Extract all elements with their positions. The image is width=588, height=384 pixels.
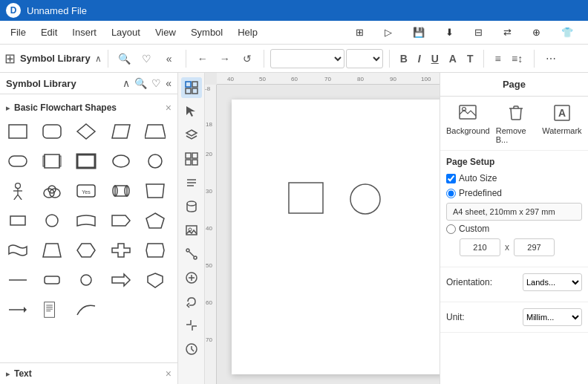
- custom-radio[interactable]: [446, 224, 456, 234]
- side-icon-sort[interactable]: [181, 172, 202, 193]
- list-button[interactable]: ≡↕: [507, 48, 528, 69]
- shape-line[interactable]: [4, 268, 31, 292]
- height-input[interactable]: [514, 238, 555, 256]
- italic-button[interactable]: I: [414, 48, 425, 69]
- section-close-icon[interactable]: ×: [166, 102, 172, 114]
- menu-view[interactable]: View: [148, 24, 183, 41]
- shape-curve[interactable]: [73, 298, 99, 322]
- shape-arrow-right[interactable]: [108, 268, 134, 292]
- shape-cross[interactable]: [108, 238, 134, 262]
- shape-thick-rect[interactable]: [73, 149, 99, 173]
- side-icon-history[interactable]: [181, 339, 202, 359]
- redo-button[interactable]: →: [215, 48, 235, 69]
- underline-button[interactable]: U: [427, 48, 443, 69]
- shape-arrow-line[interactable]: [4, 298, 31, 322]
- favorites-button[interactable]: ♡: [137, 48, 157, 69]
- shape-shield[interactable]: [142, 268, 169, 292]
- shape-note[interactable]: [39, 298, 65, 322]
- shape-parallelogram[interactable]: [108, 120, 134, 143]
- shape-trapezoid[interactable]: [142, 120, 169, 143]
- shape-cylinder-h[interactable]: [108, 179, 134, 203]
- panel-double-arrow-icon[interactable]: «: [166, 77, 172, 89]
- shape-stadium[interactable]: [4, 149, 31, 173]
- width-input[interactable]: [460, 238, 500, 256]
- shape-hexagon[interactable]: [73, 238, 99, 262]
- unit-select[interactable]: Millim...: [523, 308, 582, 326]
- shape-tape[interactable]: [73, 209, 99, 232]
- predefined-label[interactable]: Predefined: [446, 188, 502, 198]
- font-color-button[interactable]: A: [445, 48, 461, 69]
- text-expand-icon[interactable]: ▸: [6, 370, 10, 378]
- shape-pentagon[interactable]: [142, 209, 169, 232]
- text-section-close-icon[interactable]: ×: [166, 368, 172, 380]
- shape-manual[interactable]: [142, 179, 169, 203]
- canvas-area[interactable]: 40 50 60 70 80 90 100 110 -8 18 20 30 40…: [205, 73, 440, 384]
- icon-grid[interactable]: ⊞: [348, 24, 371, 41]
- panel-collapse-icon[interactable]: ∧: [122, 77, 130, 89]
- more-button[interactable]: ⋯: [540, 48, 561, 69]
- shape-diamond[interactable]: [73, 120, 99, 143]
- auto-size-label[interactable]: Auto Size: [446, 173, 497, 183]
- text-style-button[interactable]: T: [463, 48, 478, 69]
- menu-help[interactable]: Help: [230, 24, 265, 41]
- panel-search-icon[interactable]: 🔍: [134, 77, 147, 89]
- menu-file[interactable]: File: [3, 24, 33, 41]
- auto-size-checkbox[interactable]: [446, 174, 456, 183]
- shape-small-circle[interactable]: [39, 209, 65, 232]
- menu-symbol[interactable]: Symbol: [183, 24, 230, 41]
- predefined-value[interactable]: A4 sheet, 210mm x 297 mm: [446, 203, 582, 221]
- background-action[interactable]: Background: [446, 102, 490, 144]
- collapse-button[interactable]: «: [159, 48, 180, 69]
- icon-play[interactable]: ▷: [377, 24, 399, 41]
- orientation-select[interactable]: Lands...: [523, 273, 582, 291]
- icon-person[interactable]: 👕: [554, 24, 581, 41]
- icon-add[interactable]: ⊕: [525, 24, 548, 41]
- align-button[interactable]: ≡: [490, 48, 505, 69]
- panel-heart-icon[interactable]: ♡: [151, 77, 161, 89]
- canvas-circle-shape[interactable]: [347, 183, 384, 219]
- menu-edit[interactable]: Edit: [33, 24, 65, 41]
- shape-cloud[interactable]: [39, 179, 65, 203]
- side-icon-shapes[interactable]: [181, 77, 202, 98]
- icon-download[interactable]: ⬇: [438, 24, 461, 41]
- side-icon-photo[interactable]: [181, 220, 202, 241]
- font-family-dropdown[interactable]: [270, 49, 344, 68]
- watermark-action[interactable]: A Watermark: [542, 102, 582, 144]
- menu-layout[interactable]: Layout: [104, 24, 148, 41]
- icon-share[interactable]: ⇄: [496, 24, 519, 41]
- bold-button[interactable]: B: [396, 48, 412, 69]
- chevron-up-icon[interactable]: ∧: [95, 53, 102, 64]
- font-size-dropdown[interactable]: [346, 49, 383, 68]
- side-icon-connect[interactable]: [181, 244, 202, 264]
- shape-rounded-rect2[interactable]: [39, 268, 65, 292]
- side-icon-plus-circle[interactable]: [181, 267, 202, 288]
- shape-rounded-rect[interactable]: [39, 120, 65, 143]
- side-icon-db[interactable]: [181, 196, 202, 217]
- shape-person[interactable]: [4, 179, 31, 203]
- shape-small-rect[interactable]: [4, 209, 31, 232]
- shape-wave[interactable]: [4, 238, 31, 262]
- predefined-radio[interactable]: [446, 189, 456, 198]
- side-icon-undo[interactable]: [181, 291, 202, 312]
- undo-button[interactable]: ←: [192, 48, 213, 69]
- shape-rect[interactable]: [4, 120, 31, 143]
- shape-ellipse[interactable]: [108, 149, 134, 173]
- side-icon-grid[interactable]: [181, 149, 202, 169]
- icon-minus[interactable]: ⊟: [467, 24, 490, 41]
- side-icon-shrink[interactable]: [181, 315, 202, 336]
- shape-rounded-process[interactable]: Yes: [73, 179, 99, 203]
- refresh-button[interactable]: ↺: [237, 48, 258, 69]
- page-canvas[interactable]: [232, 100, 440, 374]
- menu-insert[interactable]: Insert: [65, 24, 104, 41]
- remove-bg-action[interactable]: Remove B...: [496, 102, 536, 144]
- custom-label[interactable]: Custom: [446, 224, 489, 234]
- shape-chevron-down[interactable]: [142, 238, 169, 262]
- shape-trapezoid2[interactable]: [39, 238, 65, 262]
- shape-small-circle2[interactable]: [73, 268, 99, 292]
- side-icon-layers[interactable]: [181, 125, 202, 146]
- shape-circle[interactable]: [142, 149, 169, 173]
- canvas-rect-shape[interactable]: [287, 181, 324, 218]
- search-button[interactable]: 🔍: [114, 48, 135, 69]
- shape-arrow-rect[interactable]: [108, 209, 134, 232]
- side-icon-pointer[interactable]: [181, 101, 202, 122]
